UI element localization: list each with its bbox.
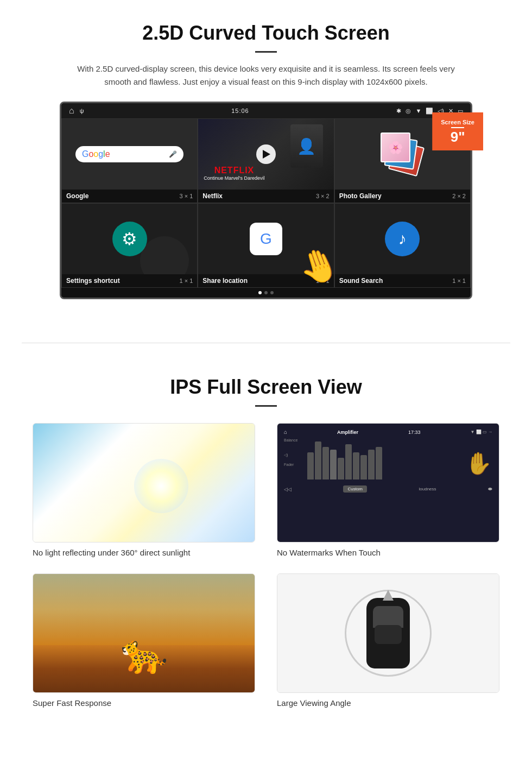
google-app-content: Google 🎤 bbox=[62, 119, 197, 190]
play-button[interactable] bbox=[256, 144, 276, 164]
settings-bg: ⚙ bbox=[62, 204, 197, 274]
netflix-app-cell[interactable]: 👤 NETFLIX Continue Marvel's Daredevil bbox=[198, 118, 334, 203]
feature-car: Large Viewing Angle bbox=[277, 573, 499, 708]
cheetah-image: 🐆 bbox=[33, 574, 255, 692]
badge-label: Screen Size bbox=[441, 119, 474, 125]
google-app-label: Google bbox=[66, 192, 88, 200]
maps-icon: G bbox=[250, 223, 282, 255]
car-body bbox=[366, 598, 410, 668]
feature-grid: No light reflecting under 360° direct su… bbox=[33, 423, 499, 708]
share-location-cell[interactable]: G 🤚 Share location 1 × 1 bbox=[198, 203, 334, 288]
amp-title: Amplifier bbox=[337, 430, 358, 435]
music-note-icon: ♪ bbox=[398, 230, 407, 248]
gallery-app-label: Photo Gallery bbox=[339, 192, 382, 200]
bluetooth-icon: ✱ bbox=[396, 108, 401, 115]
car-roof bbox=[375, 625, 402, 644]
person-figure: 👤 bbox=[297, 137, 316, 155]
gallery-label-bar: Photo Gallery 2 × 2 bbox=[335, 190, 470, 203]
netflix-app-size: 3 × 2 bbox=[316, 193, 330, 199]
badge-size: 9" bbox=[441, 130, 474, 144]
settings-app-cell[interactable]: ⚙ Settings shortcut 1 × 1 bbox=[61, 203, 198, 288]
amp-fader-label: Fader bbox=[284, 463, 306, 466]
google-search-bar[interactable]: Google 🎤 bbox=[75, 146, 183, 162]
car-windshield bbox=[373, 606, 403, 628]
amplifier-image: ⌂ Amplifier 17:33 ▼ ⬜ ▭ → Balance ◁) Fad… bbox=[277, 424, 499, 542]
home-icon: ⌂ bbox=[69, 106, 74, 116]
cheetah-figure: 🐆 bbox=[121, 632, 168, 676]
eq-bar-6 bbox=[345, 444, 352, 480]
netflix-app-content: 👤 NETFLIX Continue Marvel's Daredevil bbox=[198, 119, 333, 190]
play-triangle bbox=[263, 150, 270, 159]
cheetah-caption: Super Fast Response bbox=[33, 698, 255, 708]
netflix-bg: 👤 NETFLIX Continue Marvel's Daredevil bbox=[198, 119, 333, 190]
amp-status-icons: ▼ ⬜ ▭ → bbox=[470, 430, 492, 434]
gear-icon: ⚙ bbox=[122, 229, 137, 249]
eq-bar-5 bbox=[338, 458, 344, 480]
usb-icon: ψ bbox=[80, 108, 84, 114]
status-bar: ⌂ ψ 15:06 ✱ ◎ ▼ ⬜ ◁) ✕ ▭ bbox=[61, 103, 471, 118]
amplifier-image-box: ⌂ Amplifier 17:33 ▼ ⬜ ▭ → Balance ◁) Fad… bbox=[277, 423, 499, 542]
car-image bbox=[277, 574, 499, 692]
screen-size-badge: Screen Size 9" bbox=[432, 112, 483, 150]
status-left: ⌂ ψ bbox=[69, 106, 84, 116]
amp-balance-label: Balance bbox=[284, 438, 306, 442]
netflix-label-bar: Netflix 3 × 2 bbox=[198, 190, 333, 203]
sound-bg: ♪ bbox=[335, 204, 470, 274]
share-app-label: Share location bbox=[202, 277, 248, 285]
flower-emoji: 🌸 bbox=[388, 141, 403, 155]
dot-3 bbox=[270, 291, 274, 294]
photo-stack: 🌸 bbox=[381, 133, 424, 176]
sun-glow bbox=[134, 459, 188, 513]
location-icon: ◎ bbox=[406, 108, 411, 115]
amplifier-caption: No Watermarks When Touch bbox=[277, 548, 499, 557]
sound-search-content: ♪ bbox=[335, 204, 470, 274]
amp-time: 17:33 bbox=[408, 430, 421, 435]
section-curved: 2.5D Curved Touch Screen With 2.5D curve… bbox=[0, 0, 532, 316]
sunlight-caption: No light reflecting under 360° direct su… bbox=[33, 548, 255, 557]
g-letter-o2: o bbox=[93, 149, 98, 159]
feature-sunlight: No light reflecting under 360° direct su… bbox=[33, 423, 255, 557]
settings-app-content: ⚙ bbox=[62, 204, 197, 274]
google-app-cell[interactable]: Google 🎤 Google 3 × 1 bbox=[61, 118, 198, 203]
dot-1 bbox=[258, 291, 262, 294]
wifi-icon: ▼ bbox=[415, 108, 421, 114]
eq-bar-2 bbox=[315, 441, 321, 480]
app-grid-row1: Google 🎤 Google 3 × 1 bbox=[61, 118, 471, 203]
eq-bar-3 bbox=[322, 447, 329, 480]
settings-app-size: 1 × 1 bbox=[180, 277, 193, 284]
gallery-app-size: 2 × 2 bbox=[452, 193, 466, 199]
sound-search-cell[interactable]: ♪ Sound Search 1 × 1 bbox=[334, 203, 471, 288]
netflix-brand: NETFLIX bbox=[204, 166, 264, 175]
hand-touch-icon: ✋ bbox=[465, 451, 492, 476]
device-mockup: ⌂ ψ 15:06 ✱ ◎ ▼ ⬜ ◁) ✕ ▭ bbox=[60, 102, 472, 299]
section-ips: IPS Full Screen View No light reflecting… bbox=[0, 370, 532, 729]
netflix-logo-overlay: NETFLIX Continue Marvel's Daredevil bbox=[204, 166, 264, 181]
amp-eq-bars bbox=[307, 438, 492, 482]
status-time: 15:06 bbox=[231, 108, 249, 114]
amp-eq-section: ✋ bbox=[307, 438, 492, 482]
car-direction-arrow bbox=[383, 590, 394, 601]
curved-title: 2.5D Curved Touch Screen bbox=[33, 22, 499, 45]
sunlight-image bbox=[33, 424, 255, 542]
ips-title: IPS Full Screen View bbox=[33, 376, 499, 399]
feature-cheetah: 🐆 Super Fast Response bbox=[33, 573, 255, 708]
amp-side-labels: Balance ◁) Fader bbox=[284, 438, 306, 482]
amp-loudness-label: loudness bbox=[419, 487, 436, 491]
pagination-dots bbox=[61, 288, 471, 298]
eq-bar-1 bbox=[307, 452, 314, 480]
g-letter-e: e bbox=[105, 149, 110, 159]
netflix-person: 👤 bbox=[290, 124, 323, 168]
device-screen: ⌂ ψ 15:06 ✱ ◎ ▼ ⬜ ◁) ✕ ▭ bbox=[60, 102, 472, 299]
eq-bar-10 bbox=[376, 447, 382, 480]
amp-freq-labels: Balance ◁) Fader bbox=[282, 438, 495, 482]
car-circle bbox=[345, 590, 432, 677]
eq-bar-7 bbox=[353, 452, 359, 480]
ips-title-divider bbox=[255, 405, 277, 407]
feature-amplifier: ⌂ Amplifier 17:33 ▼ ⬜ ▭ → Balance ◁) Fad… bbox=[277, 423, 499, 557]
share-bg: G 🤚 bbox=[198, 204, 333, 274]
amp-footer: ◁◁ Custom loudness ⬬ bbox=[282, 484, 495, 494]
google-app-size: 3 × 1 bbox=[180, 193, 193, 199]
photo-card-flower: 🌸 bbox=[381, 133, 410, 162]
settings-label-bar: Settings shortcut 1 × 1 bbox=[62, 274, 197, 287]
car-caption: Large Viewing Angle bbox=[277, 698, 499, 708]
